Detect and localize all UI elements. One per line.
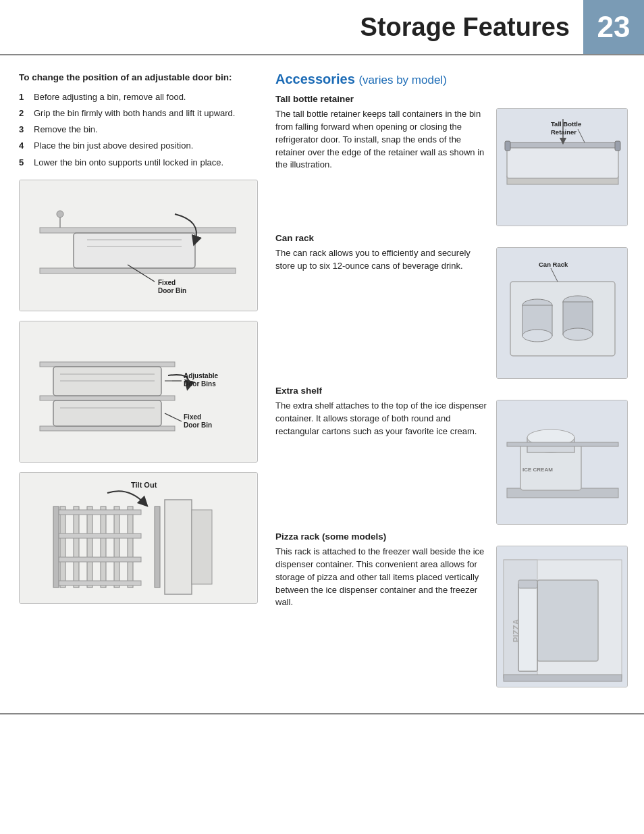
svg-point-59 [563, 328, 593, 340]
svg-text:Fixed: Fixed [184, 413, 201, 421]
pizza-rack-section: Pizza rack (some models) This rack is at… [275, 531, 628, 687]
pizza-rack-text: This rack is attached to the freezer wal… [275, 546, 488, 609]
illus1-svg: Fixed Door Bin [20, 180, 256, 311]
svg-text:Door Bin: Door Bin [184, 421, 212, 429]
svg-rect-36 [57, 581, 141, 585]
step-5: 5 Lower the bin onto supports until lock… [19, 157, 258, 169]
svg-rect-33 [57, 510, 141, 515]
svg-rect-40 [165, 500, 192, 594]
step-text-2: Grip the bin firmly with both hands and … [34, 107, 235, 120]
step-num-2: 2 [19, 107, 28, 120]
step-num-5: 5 [19, 157, 28, 169]
accessories-word: Accessories [275, 72, 355, 86]
step-text-5: Lower the bin onto supports until locked… [34, 157, 223, 169]
svg-rect-14 [40, 426, 175, 431]
step-3: 3 Remove the bin. [19, 124, 258, 136]
svg-rect-45 [507, 142, 618, 148]
page-header: Storage Features 23 [0, 0, 644, 55]
svg-text:Retainer: Retainer [551, 128, 576, 136]
extra-shelf-text: The extra shelf attaches to the top of t… [275, 400, 488, 438]
right-column: Accessories (varies by model) Tall bottl… [270, 72, 644, 693]
svg-text:PIZZA: PIZZA [512, 619, 521, 642]
extra-shelf-row: The extra shelf attaches to the top of t… [275, 400, 628, 525]
svg-rect-69 [507, 442, 618, 446]
step-num-4: 4 [19, 140, 28, 152]
tall-bottle-heading: Tall bottle retainer [275, 94, 628, 104]
step-text-4: Place the bin just above desired positio… [34, 140, 193, 152]
adjust-door-bin-heading: To change the position of an adjustable … [19, 72, 258, 84]
svg-rect-28 [74, 506, 79, 588]
svg-rect-13 [40, 396, 175, 400]
svg-rect-38 [53, 506, 59, 588]
illus-tilt-out: Tilt Out [19, 472, 258, 604]
svg-rect-12 [40, 362, 175, 367]
can-rack-row: The can rack allows you to efficiently a… [275, 247, 628, 379]
step-2: 2 Grip the bin firmly with both hands an… [19, 107, 258, 120]
svg-rect-75 [518, 583, 537, 671]
page-title: Storage Features [0, 6, 583, 49]
svg-text:Tall Bottle: Tall Bottle [551, 120, 581, 128]
can-rack-image: Can Rack [496, 247, 628, 379]
footer-line [0, 713, 644, 714]
svg-rect-3 [74, 233, 195, 268]
can-rack-svg: Can Rack [497, 248, 628, 379]
extra-shelf-heading: Extra shelf [275, 386, 628, 396]
extra-shelf-section: Extra shelf The extra shelf attaches to … [275, 386, 628, 525]
can-rack-section: Can rack The can rack allows you to effi… [275, 233, 628, 379]
svg-rect-27 [60, 506, 65, 588]
pizza-rack-row: This rack is attached to the freezer wal… [275, 546, 628, 687]
steps-list: 1 Before adjusting a bin, remove all foo… [19, 91, 258, 169]
svg-text:Tilt Out: Tilt Out [131, 481, 157, 489]
step-num-3: 3 [19, 124, 28, 136]
page-number: 23 [583, 0, 644, 54]
svg-rect-74 [504, 675, 622, 681]
svg-text:ICE CREAM: ICE CREAM [522, 467, 553, 473]
svg-rect-41 [192, 510, 212, 584]
tall-bottle-section: Tall bottle retainer The tall bottle ret… [275, 94, 628, 226]
svg-text:Door Bin: Door Bin [158, 287, 186, 294]
svg-rect-44 [507, 146, 618, 178]
illus3-svg: Tilt Out [20, 473, 256, 604]
illus-adjustable-door-bins: Adjustable Door Bins Fixed Door Bin [19, 321, 258, 463]
accessories-heading: Accessories (varies by model) [275, 72, 628, 87]
extra-shelf-svg: ICE CREAM [497, 400, 628, 525]
svg-rect-16 [53, 400, 161, 426]
svg-rect-29 [87, 506, 92, 588]
illus-fixed-door-bin: Fixed Door Bin [19, 180, 258, 311]
left-column: To change the position of an adjustable … [0, 72, 270, 693]
tall-bottle-text: The tall bottle retainer keeps tall cont… [275, 108, 488, 172]
svg-rect-30 [101, 506, 106, 588]
pizza-rack-heading: Pizza rack (some models) [275, 531, 628, 542]
step-text-1: Before adjusting a bin, remove all food. [34, 91, 186, 103]
svg-rect-46 [505, 141, 510, 151]
extra-shelf-image: ICE CREAM [496, 400, 628, 525]
step-num-1: 1 [19, 91, 28, 103]
pizza-rack-image: PIZZA [496, 546, 628, 687]
tall-bottle-svg: Tall Bottle Retainer [497, 109, 628, 226]
svg-rect-37 [155, 506, 160, 588]
varies-text: (varies by model) [358, 74, 446, 86]
svg-text:Door Bins: Door Bins [184, 380, 216, 388]
tall-bottle-image: Tall Bottle Retainer [496, 108, 628, 226]
tall-bottle-row: The tall bottle retainer keeps tall cont… [275, 108, 628, 226]
step-1: 1 Before adjusting a bin, remove all foo… [19, 91, 258, 103]
svg-rect-35 [57, 557, 141, 562]
svg-text:Fixed: Fixed [158, 279, 176, 286]
svg-rect-77 [518, 580, 537, 588]
svg-text:Adjustable: Adjustable [184, 372, 219, 380]
can-rack-heading: Can rack [275, 233, 628, 243]
pizza-rack-svg: PIZZA [497, 546, 628, 687]
step-4: 4 Place the bin just above desired posit… [19, 140, 258, 152]
svg-rect-32 [128, 506, 133, 588]
main-content: To change the position of an adjustable … [0, 55, 644, 693]
step-text-3: Remove the bin. [34, 124, 98, 136]
svg-rect-31 [114, 506, 119, 588]
svg-text:Can Rack: Can Rack [539, 261, 568, 268]
svg-rect-73 [537, 580, 598, 661]
svg-point-9 [57, 211, 63, 217]
illus2-svg: Adjustable Door Bins Fixed Door Bin [20, 321, 256, 463]
svg-rect-1 [40, 228, 236, 233]
svg-rect-34 [57, 533, 141, 538]
can-rack-text: The can rack allows you to efficiently a… [275, 247, 488, 273]
svg-point-56 [522, 330, 552, 342]
